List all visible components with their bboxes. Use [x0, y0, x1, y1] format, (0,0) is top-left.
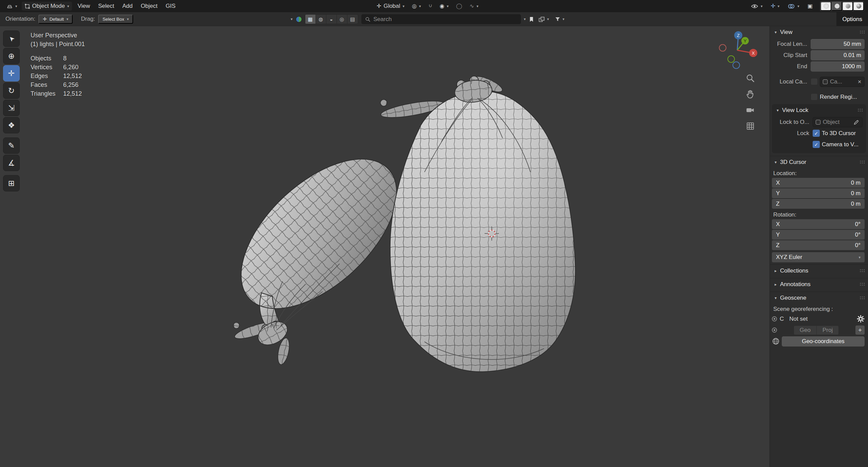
- drag-setting-dropdown[interactable]: Select Box ▾: [98, 15, 133, 24]
- cursor-panel-header[interactable]: ▾ 3D Cursor: [770, 156, 868, 168]
- wireframe-shading-button[interactable]: [820, 2, 831, 11]
- proj-radio-icon[interactable]: [772, 328, 777, 333]
- search-input[interactable]: Search: [361, 14, 521, 24]
- mode-select-button[interactable]: Object Mode ▾: [22, 2, 72, 11]
- menu-add[interactable]: Add: [118, 0, 137, 12]
- add-crs-button[interactable]: +: [855, 325, 865, 335]
- visibility-dropdown[interactable]: ▾: [748, 3, 766, 10]
- menu-view[interactable]: View: [73, 0, 94, 12]
- rotation-mode-dropdown[interactable]: XYZ Euler ▾: [772, 252, 865, 262]
- view-perspective-label: User Perspective: [31, 31, 85, 40]
- editor-type-icon: [6, 3, 13, 10]
- clip-end-field[interactable]: 1000 m: [811, 61, 865, 72]
- clip-end-row: End 1000 m: [772, 61, 865, 72]
- basemap-preview-icon[interactable]: [296, 16, 302, 22]
- close-icon[interactable]: ✕: [857, 79, 862, 85]
- transform-tool[interactable]: ❖: [3, 117, 20, 133]
- panel-drag-handle[interactable]: [860, 282, 865, 286]
- panel-drag-handle[interactable]: [860, 160, 865, 164]
- field-label: End: [772, 63, 809, 70]
- annotations-panel-header[interactable]: ▸ Annotations: [770, 278, 868, 290]
- stat-value: 12,512: [63, 72, 85, 80]
- orientation-label: Global: [383, 3, 400, 10]
- xray-toggle[interactable]: ▣: [804, 2, 816, 10]
- orientation-dropdown[interactable]: ✛ Global ▾: [374, 2, 408, 11]
- axis-neg-z-handle[interactable]: [733, 62, 740, 69]
- pivot-point-dropdown[interactable]: ◎ ▾: [409, 2, 424, 10]
- gear-icon[interactable]: [857, 315, 865, 323]
- cursor-rotation-z[interactable]: Z 0°: [772, 240, 865, 250]
- solid-shading-button[interactable]: [831, 2, 842, 11]
- rotate-tool[interactable]: ↻: [3, 82, 20, 99]
- lock-object-field[interactable]: Object: [813, 117, 863, 127]
- gizmos-dropdown[interactable]: ✛ ▾: [767, 2, 782, 10]
- editor-type-button[interactable]: ▾: [3, 2, 20, 11]
- options-button[interactable]: Options: [836, 12, 868, 26]
- filter-dropdown[interactable]: ▾: [554, 16, 566, 22]
- collapse-chevron-icon[interactable]: ▾: [291, 17, 293, 21]
- chevron-down-icon[interactable]: ▾: [524, 17, 526, 21]
- geo-button[interactable]: Geo: [794, 326, 817, 335]
- crs-radio-icon[interactable]: [772, 316, 777, 321]
- cursor-tool[interactable]: ⊕: [3, 48, 20, 64]
- layers-dropdown[interactable]: ▾: [537, 16, 550, 23]
- falloff-dropdown[interactable]: ∿ ▾: [467, 2, 482, 10]
- scale-tool[interactable]: ⇲: [3, 100, 20, 116]
- cursor-location-x[interactable]: X 0 m: [772, 178, 865, 188]
- axis-neg-y-handle[interactable]: [728, 56, 735, 62]
- focal-length-field[interactable]: 50 mm: [811, 39, 865, 49]
- collections-panel-header[interactable]: ▸ Collections: [770, 265, 868, 277]
- view-panel-header[interactable]: ▾ View: [770, 26, 868, 38]
- select-box-tool[interactable]: ➤: [3, 31, 20, 47]
- cursor-location-y[interactable]: Y 0 m: [772, 188, 865, 198]
- menu-select[interactable]: Select: [94, 0, 118, 12]
- local-camera-checkbox[interactable]: [811, 78, 818, 85]
- camera-to-view-label: Camera to V...: [822, 141, 858, 148]
- cursor-rotation-y[interactable]: Y 0°: [772, 230, 865, 240]
- camera-view-button[interactable]: [746, 106, 755, 115]
- gis-toggle-extent[interactable]: ▦: [305, 15, 316, 24]
- annotate-tool[interactable]: ✎: [3, 137, 20, 154]
- orthographic-grid-button[interactable]: [746, 122, 755, 131]
- overlays-dropdown[interactable]: ▾: [784, 3, 802, 10]
- 3d-viewport[interactable]: ➤ ⊕ ✛ ↻ ⇲ ❖ ✎ ∡ ⊞ User Perspective (1) l…: [0, 26, 770, 467]
- menu-object[interactable]: Object: [137, 0, 162, 12]
- navigation-gizmo[interactable]: Z Y X: [715, 28, 759, 74]
- gis-toggle-globe[interactable]: ◍: [316, 15, 326, 24]
- eyedropper-icon[interactable]: [853, 119, 860, 125]
- panel-drag-handle[interactable]: [860, 30, 865, 34]
- render-region-checkbox[interactable]: [811, 93, 818, 100]
- proportional-edit-toggle[interactable]: ◯: [453, 2, 465, 10]
- panel-drag-handle[interactable]: [860, 296, 865, 300]
- cursor-location-z[interactable]: Z 0 m: [772, 199, 865, 209]
- move-tool[interactable]: ✛: [3, 65, 20, 81]
- local-camera-field[interactable]: Ca... ✕: [820, 77, 865, 87]
- panel-drag-handle[interactable]: [857, 108, 863, 112]
- gis-toggle-terrain[interactable]: ◒: [326, 15, 337, 24]
- view-lock-header[interactable]: ▾ View Lock: [772, 104, 866, 116]
- menu-gis[interactable]: GIS: [162, 0, 180, 12]
- chevron-right-icon: ▸: [773, 282, 778, 287]
- gis-toggle-projection[interactable]: ◎: [337, 15, 347, 24]
- geoscene-panel-header[interactable]: ▾ Geoscene: [770, 292, 868, 304]
- snap-toggle[interactable]: ∩: [426, 2, 435, 10]
- pan-hand-button[interactable]: [746, 90, 755, 99]
- camera-to-view-checkbox[interactable]: ✓: [813, 141, 820, 148]
- gis-toggle-grid[interactable]: ▤: [347, 15, 358, 24]
- bookmark-icon[interactable]: [529, 16, 534, 22]
- measure-tool[interactable]: ∡: [3, 155, 20, 171]
- to-3d-cursor-checkbox[interactable]: ✓: [813, 130, 820, 137]
- measure-tool-icon: ∡: [8, 158, 15, 168]
- snap-settings-dropdown[interactable]: ◉ ▾: [436, 2, 452, 10]
- cursor-rotation-x[interactable]: X 0°: [772, 219, 865, 229]
- geo-coordinates-button[interactable]: Geo-coordinates: [782, 336, 865, 347]
- zoom-button[interactable]: [746, 74, 755, 83]
- orientation-setting-dropdown[interactable]: ✛ Default ▾: [38, 15, 73, 24]
- material-shading-button[interactable]: [842, 2, 853, 11]
- axis-neg-x-handle[interactable]: [719, 44, 726, 51]
- proj-button[interactable]: Proj: [817, 326, 838, 335]
- panel-drag-handle[interactable]: [860, 269, 865, 273]
- clip-start-field[interactable]: 0.01 m: [811, 50, 865, 60]
- add-cube-tool[interactable]: ⊞: [3, 175, 20, 191]
- rendered-shading-button[interactable]: [853, 2, 864, 11]
